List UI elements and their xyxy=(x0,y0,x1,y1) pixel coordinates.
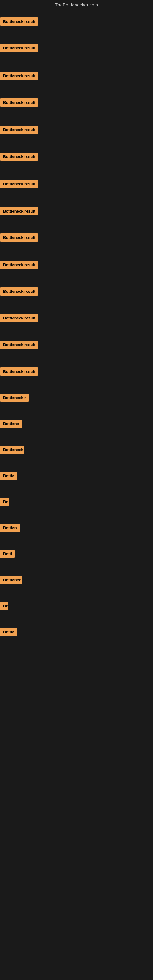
bottleneck-badge-19[interactable]: Bo xyxy=(0,498,9,506)
bottleneck-label-12: Bottleneck result xyxy=(0,314,38,322)
bottleneck-label-17: Bottleneck xyxy=(0,445,24,454)
bottleneck-badge-13[interactable]: Bottleneck result xyxy=(0,340,38,349)
bottleneck-label-16: Bottlene xyxy=(0,420,22,428)
bottleneck-badge-23[interactable]: Bo xyxy=(0,602,8,610)
bottleneck-badge-20[interactable]: Bottlen xyxy=(0,524,20,532)
bottleneck-badge-7[interactable]: Bottleneck result xyxy=(0,180,38,188)
bottleneck-badge-21[interactable]: Bottl xyxy=(0,550,15,558)
bottleneck-badge-1[interactable]: Bottleneck result xyxy=(0,18,38,26)
bottleneck-label-4: Bottleneck result xyxy=(0,98,38,107)
bottleneck-badge-17[interactable]: Bottleneck xyxy=(0,445,24,454)
bottleneck-badge-10[interactable]: Bottleneck result xyxy=(0,261,38,269)
bottleneck-label-14: Bottleneck result xyxy=(0,368,38,376)
bottleneck-label-18: Bottle xyxy=(0,472,18,480)
bottleneck-label-21: Bottl xyxy=(0,550,15,558)
bottleneck-badge-12[interactable]: Bottleneck result xyxy=(0,314,38,322)
bottleneck-label-1: Bottleneck result xyxy=(0,18,38,26)
bottleneck-badge-14[interactable]: Bottleneck result xyxy=(0,368,38,376)
bottleneck-label-24: Bottle xyxy=(0,628,17,636)
bottleneck-label-15: Bottleneck r xyxy=(0,393,29,402)
bottleneck-badge-24[interactable]: Bottle xyxy=(0,628,17,636)
bottleneck-badge-4[interactable]: Bottleneck result xyxy=(0,98,38,107)
bottleneck-badge-18[interactable]: Bottle xyxy=(0,472,18,480)
bottleneck-label-22: Bottlenec xyxy=(0,576,22,584)
bottleneck-badge-22[interactable]: Bottlenec xyxy=(0,576,22,584)
bottleneck-label-23: Bo xyxy=(0,602,8,610)
bottleneck-label-19: Bo xyxy=(0,498,9,506)
bottleneck-label-2: Bottleneck result xyxy=(0,44,38,52)
bottleneck-badge-3[interactable]: Bottleneck result xyxy=(0,72,38,80)
bottleneck-badge-8[interactable]: Bottleneck result xyxy=(0,207,38,215)
site-title: TheBottlenecker.com xyxy=(0,0,153,10)
bottleneck-label-11: Bottleneck result xyxy=(0,287,38,296)
bottleneck-badge-15[interactable]: Bottleneck r xyxy=(0,393,29,402)
bottleneck-label-7: Bottleneck result xyxy=(0,180,38,188)
bottleneck-label-3: Bottleneck result xyxy=(0,72,38,80)
bottleneck-label-9: Bottleneck result xyxy=(0,233,38,242)
bottleneck-label-5: Bottleneck result xyxy=(0,126,38,134)
bottleneck-badge-2[interactable]: Bottleneck result xyxy=(0,44,38,52)
bottleneck-label-6: Bottleneck result xyxy=(0,153,38,161)
bottleneck-badge-11[interactable]: Bottleneck result xyxy=(0,287,38,296)
bottleneck-label-20: Bottlen xyxy=(0,524,20,532)
bottleneck-badge-5[interactable]: Bottleneck result xyxy=(0,126,38,134)
bottleneck-badge-9[interactable]: Bottleneck result xyxy=(0,233,38,242)
bottleneck-label-8: Bottleneck result xyxy=(0,207,38,215)
bottleneck-label-10: Bottleneck result xyxy=(0,261,38,269)
bottleneck-label-13: Bottleneck result xyxy=(0,340,38,349)
bottleneck-badge-16[interactable]: Bottlene xyxy=(0,420,22,428)
bottleneck-badge-6[interactable]: Bottleneck result xyxy=(0,153,38,161)
